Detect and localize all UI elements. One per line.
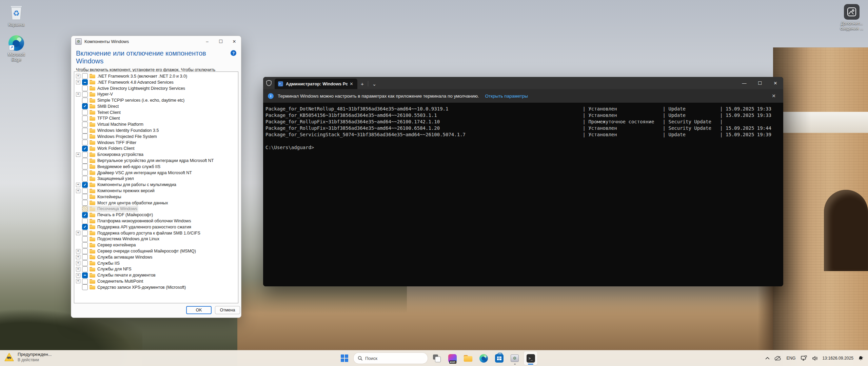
feature-checkbox-unchecked[interactable]: [82, 98, 88, 103]
expand-icon[interactable]: +: [76, 273, 80, 278]
help-icon[interactable]: ?: [231, 50, 236, 56]
feature-checkbox-unchecked[interactable]: [82, 260, 88, 266]
desktop-icon-recycle-bin[interactable]: ♻ Корзина: [0, 5, 33, 27]
dialog-minimize-button[interactable]: –: [200, 36, 214, 46]
feature-checkbox-unchecked[interactable]: [82, 236, 88, 242]
expand-icon[interactable]: +: [76, 183, 80, 187]
tab-dropdown-icon[interactable]: ⌄: [369, 79, 380, 89]
feature-tree-row[interactable]: +Контейнеры: [74, 194, 238, 200]
feature-tree-row[interactable]: +Windows Identity Foundation 3.5: [74, 127, 238, 134]
feature-tree-row[interactable]: +Active Directory Lightweight Directory …: [74, 85, 238, 92]
feature-tree-row[interactable]: +Средство записи XPS-документов (Microso…: [74, 284, 238, 290]
feature-checkbox-unchecked[interactable]: [82, 164, 88, 169]
feature-checkbox-unchecked[interactable]: [82, 134, 88, 139]
new-tab-button[interactable]: +: [357, 79, 367, 89]
features-tree[interactable]: +.NET Framework 3.5 (включает .NET 2.0 и…: [74, 72, 238, 303]
feature-checkbox-unchecked[interactable]: [82, 116, 88, 121]
feature-checkbox-unchecked[interactable]: [82, 279, 88, 284]
feature-tree-row[interactable]: +TFTP Client: [74, 116, 238, 122]
feature-tree-row[interactable]: +.NET Framework 4.8 Advanced Services: [74, 79, 238, 85]
taskbar-search[interactable]: Поиск: [353, 352, 428, 364]
expand-icon[interactable]: +: [76, 189, 80, 193]
terminal-maximize-button[interactable]: ☐: [752, 77, 768, 89]
microsoft-store-button[interactable]: [492, 351, 506, 365]
feature-tree-row[interactable]: +Драйвер VSC для интеграции ядра Microso…: [74, 170, 238, 176]
feature-tree-row[interactable]: +Подсистема Windows для Linux: [74, 236, 238, 242]
feature-tree-row[interactable]: +Компоненты прежних версий: [74, 188, 238, 194]
terminal-minimize-button[interactable]: —: [736, 77, 752, 89]
feature-checkbox-unchecked[interactable]: [82, 170, 88, 176]
feature-tree-row[interactable]: +Hyper-V: [74, 91, 238, 97]
expand-icon[interactable]: +: [76, 92, 80, 97]
expand-icon[interactable]: +: [76, 231, 80, 235]
feature-checkbox-unchecked[interactable]: [82, 140, 88, 145]
feature-checkbox-unchecked[interactable]: [82, 242, 88, 248]
network-icon[interactable]: [799, 351, 809, 365]
feature-tree-row[interactable]: +Службы IIS: [74, 260, 238, 266]
feature-tree-row[interactable]: +Simple TCPIP services (i.e. echo, dayti…: [74, 97, 238, 103]
feature-checkbox-unchecked[interactable]: [82, 73, 88, 79]
expand-icon[interactable]: +: [76, 80, 80, 84]
feature-checkbox-unchecked[interactable]: [82, 266, 88, 272]
desktop-icon-spotlight[interactable]: Дополнит... сведения ...: [835, 4, 868, 31]
feature-checkbox-checked[interactable]: [82, 212, 88, 218]
notification-bell-icon[interactable]: z: [856, 351, 865, 365]
dialog-close-button[interactable]: ✕: [228, 36, 241, 46]
feature-checkbox-indeterminate[interactable]: [82, 272, 88, 278]
tray-chevron-up-icon[interactable]: [764, 351, 771, 365]
feature-tree-row[interactable]: +Службы для NFS: [74, 266, 238, 272]
feature-checkbox-unchecked[interactable]: [82, 254, 88, 260]
dialog-maximize-button[interactable]: ☐: [214, 36, 228, 46]
feature-checkbox-unchecked[interactable]: [82, 200, 88, 206]
edge-button[interactable]: [477, 351, 490, 365]
terminal-taskbar-button[interactable]: >_: [524, 351, 538, 365]
open-settings-link[interactable]: Открыть параметры: [485, 94, 528, 99]
terminal-prompt[interactable]: C:\Users\adguard>: [265, 144, 783, 151]
tray-clock[interactable]: 13:16 26.09.2025: [821, 351, 855, 365]
feature-tree-row[interactable]: +SMB Direct: [74, 103, 238, 109]
feature-tree-row[interactable]: +Telnet Client: [74, 109, 238, 116]
expand-icon[interactable]: +: [76, 261, 80, 265]
feature-tree-row[interactable]: +Сервер контейнера: [74, 242, 238, 248]
feature-checkbox-checked[interactable]: [82, 103, 88, 109]
feature-checkbox-unchecked[interactable]: [82, 122, 88, 127]
expand-icon[interactable]: +: [76, 267, 80, 271]
expand-icon[interactable]: +: [76, 74, 80, 78]
expand-icon[interactable]: +: [76, 279, 80, 283]
feature-tree-row[interactable]: +Виртуальное устройство для интеграции я…: [74, 158, 238, 164]
onedrive-paused-icon[interactable]: [773, 351, 783, 365]
feature-tree-row[interactable]: +Поддержка общего доступа к файлам SMB 1…: [74, 230, 238, 236]
feature-tree-row[interactable]: +Work Folders Client: [74, 146, 238, 152]
feature-tree-row[interactable]: +Virtual Machine Platform: [74, 121, 238, 127]
banner-close-icon[interactable]: ✕: [769, 92, 778, 100]
feature-checkbox-disabled[interactable]: [82, 206, 88, 212]
expand-icon[interactable]: +: [76, 249, 80, 253]
feature-tree-row[interactable]: +Соединитель MultiPoint: [74, 278, 238, 284]
feature-tree-row[interactable]: +Сервер очереди сообщений Майкрософт (MS…: [74, 248, 238, 254]
terminal-close-button[interactable]: ✕: [768, 77, 783, 89]
feature-checkbox-unchecked[interactable]: [82, 128, 88, 134]
feature-checkbox-unchecked[interactable]: [82, 152, 88, 158]
feature-tree-row[interactable]: +Компоненты для работы с мультимедиа: [74, 182, 238, 188]
weather-widget[interactable]: Предупрежден... В действии: [4, 352, 52, 362]
feature-checkbox-unchecked[interactable]: [82, 230, 88, 236]
feature-tree-row[interactable]: +Блокировка устройства: [74, 151, 238, 158]
feature-tree-row[interactable]: +Поддержка API удаленного разностного сж…: [74, 224, 238, 230]
file-explorer-button[interactable]: [461, 351, 475, 365]
dialog-titlebar[interactable]: ⚙ Компоненты Windows – ☐ ✕: [71, 36, 241, 47]
tab-close-icon[interactable]: ✕: [348, 81, 355, 87]
feature-checkbox-unchecked[interactable]: [82, 92, 88, 97]
feature-tree-row[interactable]: +Песочница Windows: [74, 206, 238, 212]
language-indicator[interactable]: ENG: [784, 351, 797, 365]
ok-button[interactable]: OK: [186, 306, 212, 314]
feature-checkbox-checked[interactable]: [82, 182, 88, 188]
feature-tree-row[interactable]: +Защищенный узел: [74, 176, 238, 182]
feature-tree-row[interactable]: +.NET Framework 3.5 (включает .NET 2.0 и…: [74, 73, 238, 79]
feature-tree-row[interactable]: +Мост для центра обработки данных: [74, 200, 238, 206]
feature-tree-row[interactable]: +Windows TIFF IFilter: [74, 140, 238, 146]
expand-icon[interactable]: +: [76, 255, 80, 259]
feature-tree-row[interactable]: +Службы печати и документов: [74, 272, 238, 278]
feature-tree-row[interactable]: +Служба активации Windows: [74, 254, 238, 260]
desktop-icon-edge[interactable]: ↗ Microsoft Edge: [0, 35, 33, 62]
feature-checkbox-unchecked[interactable]: [82, 248, 88, 254]
